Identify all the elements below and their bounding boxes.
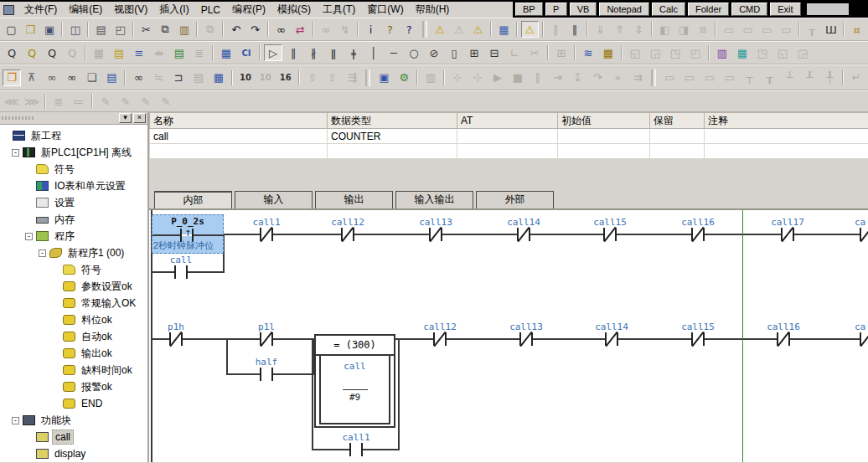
table-cell[interactable] xyxy=(328,144,457,159)
about-icon[interactable]: i xyxy=(362,21,380,38)
menu-view[interactable]: 视图(V) xyxy=(108,1,153,18)
transfer-settings-icon[interactable]: ▦ xyxy=(495,21,513,38)
tree-sec-shortage[interactable]: 缺料时间ok xyxy=(0,362,147,378)
column-header-3[interactable]: 初始值 xyxy=(558,113,650,129)
tree-sec-alarm[interactable]: 报警ok xyxy=(0,378,147,395)
tree-plc[interactable]: -新PLC1[CP1H] 离线 xyxy=(0,144,147,161)
watch-window-icon[interactable]: ∞ xyxy=(43,69,61,86)
menu-help[interactable]: 帮助(H) xyxy=(410,1,456,18)
tree-expand-toggle[interactable]: - xyxy=(12,149,19,157)
vertical-line-icon[interactable]: │ xyxy=(364,44,383,61)
tree-symbols-program[interactable]: 符号 xyxy=(0,261,147,278)
launcher-button-vb[interactable]: VB xyxy=(570,3,597,16)
open-file-icon[interactable]: ❒ xyxy=(22,21,39,38)
menu-program[interactable]: 编程(P) xyxy=(226,1,271,18)
tree-program1[interactable]: -新程序1 (00) xyxy=(0,244,147,261)
print-preview-icon[interactable]: ◰ xyxy=(111,21,129,38)
cut-icon[interactable]: ✂ xyxy=(137,21,155,38)
save-icon[interactable]: ▣ xyxy=(41,21,59,38)
clock-pulse-icon[interactable]: Ш xyxy=(823,21,840,38)
find-icon[interactable]: ∞ xyxy=(272,21,290,38)
sma-monitor-icon[interactable]: ▦ xyxy=(217,44,235,61)
menu-edit[interactable]: 编辑(E) xyxy=(63,1,108,18)
tree-function-blocks[interactable]: -功能块 xyxy=(0,412,147,429)
contact-or-nc-icon[interactable]: ǂ xyxy=(344,44,363,61)
tree-programs[interactable]: -程序 xyxy=(0,228,147,244)
check-program-icon[interactable]: ⚠ xyxy=(469,21,487,38)
tree-memory[interactable]: 内存 xyxy=(0,211,147,228)
io-stack-icon[interactable]: ≋ xyxy=(579,44,597,61)
menu-window[interactable]: 窗口(W) xyxy=(361,1,409,18)
column-header-1[interactable]: 数据类型 xyxy=(328,113,457,129)
fb-io-icon[interactable]: ⊟ xyxy=(485,44,504,61)
tab-inout[interactable]: 输入输出 xyxy=(395,191,473,208)
tree-io-table[interactable]: IO表和单元设置 xyxy=(0,177,147,194)
panel-dropdown-button[interactable]: ▾ xyxy=(119,113,132,123)
replace-icon[interactable]: ⇄ xyxy=(292,21,309,38)
tree-expand-toggle[interactable]: - xyxy=(12,417,19,424)
tree-new-project[interactable]: 新工程 xyxy=(0,127,147,144)
simulator-online-icon[interactable]: ▣ xyxy=(375,69,393,86)
simulator-settings-icon[interactable]: ⚙ xyxy=(395,69,413,86)
help-icon[interactable]: ? xyxy=(381,21,399,38)
tree-sec-level[interactable]: 料位ok xyxy=(0,311,147,328)
contact-nc-icon[interactable]: ∦ xyxy=(304,44,323,61)
context-help-icon[interactable]: ? xyxy=(400,21,418,38)
table-cell[interactable] xyxy=(650,129,705,144)
coil-closed-icon[interactable]: ⊘ xyxy=(425,44,443,61)
menu-file[interactable]: 文件(F) xyxy=(18,1,63,18)
table-row[interactable] xyxy=(150,144,868,159)
zoom-select-icon[interactable]: Q xyxy=(3,44,21,61)
output-window-icon[interactable]: ⊼ xyxy=(23,69,41,86)
compile-icon[interactable]: ⚠ xyxy=(431,21,449,38)
launcher-button-p[interactable]: P xyxy=(545,3,567,16)
project-window-icon[interactable]: ❐ xyxy=(3,69,21,86)
local-symbols-icon[interactable]: ≡ xyxy=(130,44,148,61)
tree-expand-toggle[interactable]: - xyxy=(39,250,46,257)
find-symbol-icon[interactable]: ∞ xyxy=(129,69,147,86)
table-cell[interactable] xyxy=(705,144,868,159)
tab-input[interactable]: 输入 xyxy=(235,191,313,208)
tree-sec-input[interactable]: 常规输入OK xyxy=(0,295,147,311)
table-cell[interactable] xyxy=(457,129,558,144)
table-cell[interactable] xyxy=(558,129,650,144)
rung-list-icon[interactable]: ▤ xyxy=(170,44,189,61)
cross-reference-icon[interactable]: ∞ xyxy=(63,69,81,86)
undo-icon[interactable]: ↶ xyxy=(227,21,245,38)
paste-icon[interactable]: ▥ xyxy=(176,21,194,38)
symbol-table-icon[interactable]: ▤ xyxy=(110,44,128,61)
coil-icon[interactable]: ○ xyxy=(405,44,423,61)
launcher-button-bp[interactable]: BP xyxy=(515,3,543,16)
decimal-icon[interactable]: 10 xyxy=(236,69,255,86)
menu-insert[interactable]: 插入(I) xyxy=(153,1,194,18)
hex-monitor-icon[interactable]: ▦ xyxy=(209,69,228,86)
cursor-tool-icon[interactable]: ▷ xyxy=(264,44,282,61)
table-row[interactable]: callCOUNTER xyxy=(150,129,868,144)
online-edit-icon[interactable]: ¤ xyxy=(848,21,865,38)
timer-chart-icon[interactable]: ▦ xyxy=(599,44,617,61)
pause-icon[interactable]: ‖ xyxy=(566,21,584,38)
launcher-button-cmd[interactable]: CMD xyxy=(731,3,767,16)
tree-sec-auto[interactable]: 自动ok xyxy=(0,328,147,345)
watch-icon[interactable]: ▦ xyxy=(733,44,752,61)
selected-contact-P_0_2s[interactable]: P_0_2s↑2秒时钟脉冲位 xyxy=(152,214,224,254)
contact-or-no-icon[interactable]: ǁ xyxy=(324,44,343,61)
table-cell[interactable] xyxy=(457,144,558,159)
tab-external[interactable]: 外部 xyxy=(476,191,554,208)
work-online-icon[interactable]: ⚠ xyxy=(521,21,539,38)
address-window-icon[interactable]: ❏ xyxy=(83,69,101,86)
new-file-icon[interactable]: ▢ xyxy=(3,21,20,38)
tree-sec-end[interactable]: END xyxy=(0,395,147,412)
launcher-button-notepad[interactable]: Notepad xyxy=(599,3,649,16)
zoom-out-icon[interactable]: Q xyxy=(43,44,61,61)
tab-output[interactable]: 输出 xyxy=(315,191,393,208)
find-report-icon[interactable]: ◫ xyxy=(66,21,84,38)
fb-invoke-icon[interactable]: ⊞ xyxy=(465,44,483,61)
tree-fb-call[interactable]: call xyxy=(0,429,147,445)
properties-icon[interactable]: ▤ xyxy=(103,69,121,86)
column-header-5[interactable]: 注释 xyxy=(705,113,868,129)
bookmark-icon[interactable]: ⊐ xyxy=(169,69,188,86)
table-cell[interactable] xyxy=(705,129,868,144)
tree-settings[interactable]: 设置 xyxy=(0,194,147,211)
horizontal-line-icon[interactable]: ─ xyxy=(385,44,403,61)
